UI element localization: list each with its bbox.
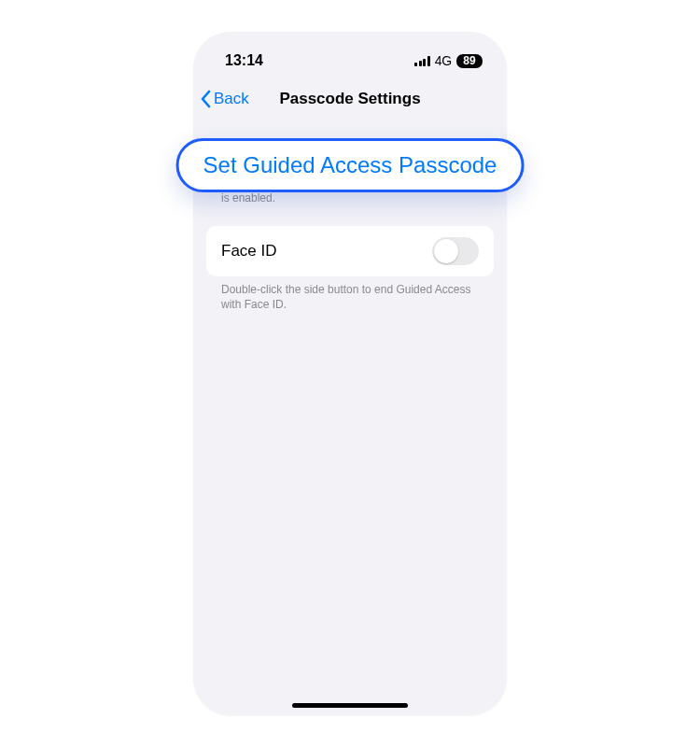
network-label: 4G xyxy=(435,53,452,68)
face-id-label: Face ID xyxy=(221,242,277,261)
face-id-row[interactable]: Face ID xyxy=(206,226,494,276)
nav-bar: Back Passcode Settings xyxy=(193,78,507,120)
canvas: 13:14 4G 89 Back Passcode Settings xyxy=(0,0,700,747)
back-label: Back xyxy=(214,90,249,108)
status-right: 4G 89 xyxy=(414,53,483,68)
home-indicator[interactable] xyxy=(292,703,408,708)
set-passcode-callout-label: Set Guided Access Passcode xyxy=(203,152,497,177)
battery-icon: 89 xyxy=(456,54,483,68)
chevron-left-icon xyxy=(201,90,212,108)
page-title: Passcode Settings xyxy=(279,90,420,108)
back-button[interactable]: Back xyxy=(201,90,249,108)
section2-footer: Double-click the side button to end Guid… xyxy=(206,276,494,312)
set-passcode-callout[interactable]: Set Guided Access Passcode xyxy=(176,138,525,192)
signal-icon xyxy=(414,55,430,66)
toggle-knob xyxy=(434,239,458,263)
status-time: 13:14 xyxy=(225,52,263,69)
status-bar: 13:14 4G 89 xyxy=(193,32,507,78)
face-id-toggle[interactable] xyxy=(432,237,479,265)
phone-screen: 13:14 4G 89 Back Passcode Settings xyxy=(193,32,507,715)
